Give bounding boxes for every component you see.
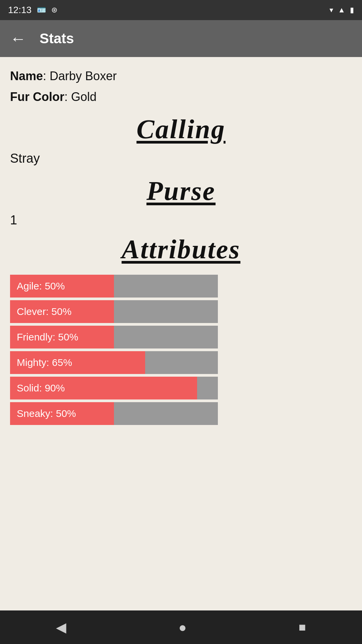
fur-label: Fur Color	[10, 90, 64, 104]
purse-heading: Purse	[10, 176, 352, 206]
main-content: Name: Darby Boxer Fur Color: Gold Callin…	[0, 57, 362, 610]
attribute-bar: Friendly: 50%	[10, 326, 218, 348]
nav-home-button[interactable]: ●	[179, 620, 187, 635]
attribute-empty	[197, 377, 218, 399]
attribute-filled: Solid: 90%	[10, 377, 197, 399]
attribute-bar: Agile: 50%	[10, 275, 218, 298]
attribute-filled: Sneaky: 50%	[10, 402, 114, 425]
toolbar: ← Stats	[0, 20, 362, 57]
stray-label: Stray	[10, 151, 352, 166]
fur-color-field: Fur Color: Gold	[10, 90, 352, 104]
purse-number: 1	[10, 213, 352, 227]
name-label: Name	[10, 69, 43, 83]
name-field: Name: Darby Boxer	[10, 69, 352, 83]
fur-value: Gold	[71, 90, 97, 104]
nav-back-button[interactable]: ◀	[56, 620, 66, 635]
attribute-empty	[114, 275, 218, 298]
attribute-bar: Clever: 50%	[10, 300, 218, 323]
page-title: Stats	[40, 31, 74, 47]
wifi-icon: ▾	[329, 6, 333, 14]
nav-recents-button[interactable]: ■	[299, 620, 306, 634]
attribute-bar: Sneaky: 50%	[10, 402, 218, 425]
name-value: Darby Boxer	[50, 69, 117, 83]
calling-heading: Calling	[10, 114, 352, 145]
attributes-section: Agile: 50%Clever: 50%Friendly: 50%Mighty…	[10, 275, 352, 425]
status-bar: 12:13 🪪 ⊛ ▾ ▲ ▮	[0, 0, 362, 20]
battery-icon: ▮	[350, 6, 354, 14]
navigation-bar: ◀ ● ■	[0, 610, 362, 644]
attribute-bar: Solid: 90%	[10, 377, 218, 399]
attribute-bar: Mighty: 65%	[10, 351, 218, 374]
attribute-filled: Clever: 50%	[10, 300, 114, 323]
attribute-empty	[145, 351, 218, 374]
at-icon: ⊛	[51, 6, 57, 14]
attribute-filled: Friendly: 50%	[10, 326, 114, 348]
attribute-empty	[114, 300, 218, 323]
sim-card-icon: 🪪	[37, 6, 46, 14]
attribute-filled: Agile: 50%	[10, 275, 114, 298]
attribute-empty	[114, 402, 218, 425]
signal-icon: ▲	[338, 6, 345, 14]
attributes-heading: Attributes	[10, 234, 352, 265]
attribute-filled: Mighty: 65%	[10, 351, 145, 374]
back-button[interactable]: ←	[10, 31, 26, 47]
time-display: 12:13	[8, 5, 32, 15]
attribute-empty	[114, 326, 218, 348]
